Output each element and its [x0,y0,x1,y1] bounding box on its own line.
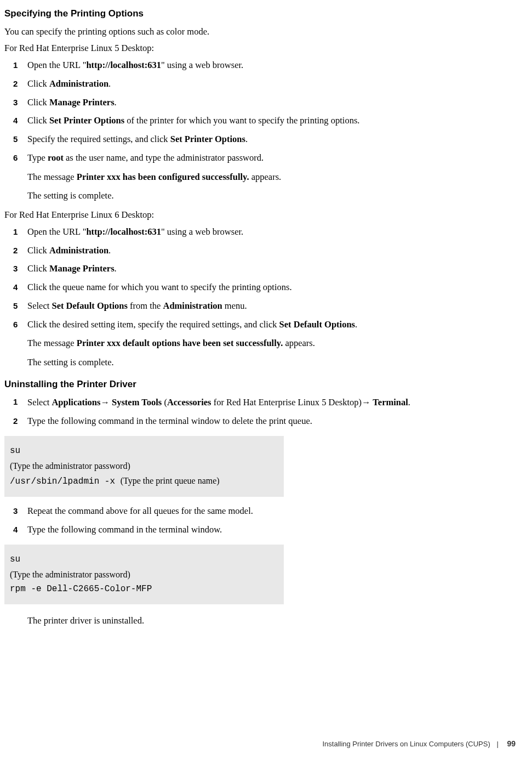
step-bold: Accessories [167,397,211,407]
step-bold: Administration [49,78,108,89]
list-item: 1 Open the URL "http://localhost:631" us… [27,225,521,239]
code-comment: (Type the print queue name) [121,476,220,485]
step-text: Type [27,152,48,163]
step-text: . [108,245,111,256]
code-block: su (Type the administrator password) /us… [4,436,284,497]
intro-text: You can specify the printing options suc… [4,25,521,39]
page-footer: Installing Printer Drivers on Linux Comp… [322,738,516,750]
footer-text: Installing Printer Drivers on Linux Comp… [322,740,490,748]
step-text: menu. [222,301,247,311]
step-text: Click [27,245,49,256]
step-bold: Printer xxx default options have been se… [77,338,283,348]
rh5-steps-list: 1 Open the URL "http://localhost:631" us… [4,59,521,203]
step-bold: Manage Printers [49,263,115,274]
step-bold: System Tools [110,397,162,407]
code-comment: (Type the administrator password) [10,567,278,582]
step-number: 5 [13,133,18,146]
step-number: 2 [13,415,18,428]
step-text: " using a web browser. [161,226,243,237]
step-bold: Printer xxx has been configured successf… [77,172,249,182]
step-text: Repeat the command above for all queues … [27,506,253,516]
list-item: 5 Specify the required settings, and cli… [27,133,521,146]
step-number: 3 [13,97,18,109]
step-number: 1 [13,226,18,239]
page-number: 99 [507,739,516,748]
list-item: 2 Click Administration. [27,77,521,91]
step-text: Open the URL " [27,60,86,70]
step-text: The message [27,172,77,182]
step-text: for Red Hat Enterprise Linux 5 Desktop) [211,397,362,407]
step-text: as the user name, and type the administr… [64,152,264,163]
step-bold: Applications [52,397,100,407]
step-continuation: The setting is complete. [27,189,521,203]
list-item: 6 Type root as the user name, and type t… [27,151,521,203]
code-mono: /usr/sbin/lpadmin -x [10,477,121,486]
step-bold: Terminal [371,397,408,407]
step-number: 6 [13,319,18,331]
rh6-steps-list: 1 Open the URL "http://localhost:631" us… [4,225,521,370]
list-item: 3 Click Manage Printers. [27,262,521,276]
step-number: 1 [13,59,18,72]
step-text: Click [27,97,49,107]
step-bold: Manage Printers [49,97,115,107]
step-text: Open the URL " [27,226,86,237]
list-item: 1 Open the URL "http://localhost:631" us… [27,59,521,72]
step-text: . [115,97,117,107]
code-line: su [10,552,278,567]
step-number: 2 [13,245,18,257]
step-continuation: The message Printer xxx has been configu… [27,171,521,184]
step-continuation: The message Printer xxx default options … [27,337,521,350]
step-text: . [115,263,117,274]
step-text: Select [27,301,52,311]
step-text: Type the following command in the termin… [27,524,222,535]
step-number: 4 [13,115,18,127]
step-number: 3 [13,505,18,518]
step-bold: Administration [49,245,108,256]
step-number: 4 [13,524,18,536]
step-text: Click the desired setting item, specify … [27,319,279,330]
step-text: . [408,397,410,407]
step-number: 6 [13,152,18,165]
step-bold: Set Default Options [52,301,127,311]
step-text: " using a web browser. [161,60,243,70]
list-item: 4 Type the following command in the term… [27,523,521,537]
arrow-icon: → [100,397,110,407]
step-text: Select [27,397,52,407]
step-text: . [245,134,248,144]
step-bold: http://localhost:631 [86,226,161,237]
step-number: 4 [13,281,18,294]
section-heading-specifying: Specifying the Printing Options [4,7,521,21]
step-text: appears. [283,338,315,348]
final-text: The printer driver is uninstalled. [4,614,521,628]
rh6-intro: For Red Hat Enterprise Linux 6 Desktop: [4,208,521,222]
step-number: 5 [13,300,18,313]
step-text: Specify the required settings, and click [27,134,170,144]
code-block: su (Type the administrator password) rpm… [4,545,284,605]
uninstall-steps-list: 1 Select Applications→ System Tools (Acc… [4,395,521,428]
list-item: 4 Click the queue name for which you wan… [27,281,521,294]
step-bold: Set Printer Options [49,115,124,126]
uninstall-steps-list-2: 3 Repeat the command above for all queue… [4,505,521,537]
code-line: su [10,444,278,458]
list-item: 2 Click Administration. [27,244,521,258]
list-item: 3 Click Manage Printers. [27,96,521,110]
step-text: ( [162,397,167,407]
code-comment: (Type the administrator password) [10,458,278,473]
arrow-icon: → [362,397,371,407]
step-bold: Administration [163,301,222,311]
step-text: . [355,319,357,330]
list-item: 4 Click Set Printer Options of the print… [27,114,521,128]
list-item: 6 Click the desired setting item, specif… [27,318,521,370]
list-item: 5 Select Set Default Options from the Ad… [27,299,521,313]
step-continuation: The setting is complete. [27,356,521,370]
footer-separator: | [496,740,498,748]
step-bold: Set Printer Options [170,134,245,144]
step-number: 2 [13,78,18,90]
step-number: 3 [13,263,18,275]
step-text: . [108,78,111,89]
section-heading-uninstalling: Uninstalling the Printer Driver [4,377,521,392]
step-text: Click the queue name for which you want … [27,282,292,292]
list-item: 2 Type the following command in the term… [27,415,521,428]
step-bold: http://localhost:631 [86,60,161,70]
rh5-intro: For Red Hat Enterprise Linux 5 Desktop: [4,42,521,55]
